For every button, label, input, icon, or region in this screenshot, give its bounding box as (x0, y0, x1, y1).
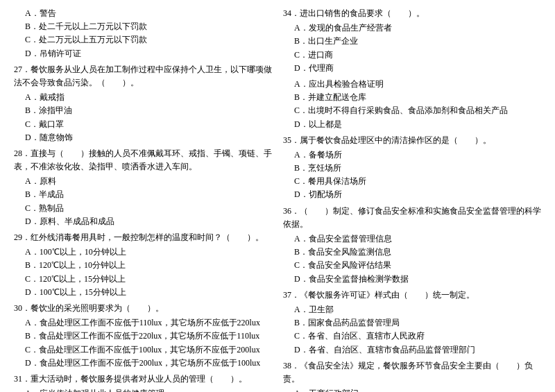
option-item: D．食品处理区工作面不应低于200lux，其它场所不应低于100lux (14, 357, 272, 370)
question-text: 37．《餐饮服务许可证》样式由（ ）统一制定。 (283, 289, 541, 302)
question-text: 28．直接与（ ）接触的人员不准佩戴耳环、戒指、手镯、项链、手表，不准浓妆化妆、… (14, 147, 272, 173)
option-item: D．各省、自治区、直辖市食品药品监督管理部门 (283, 343, 541, 357)
option-item: D．代理商 (283, 62, 541, 75)
question-block: 31．重大活动时，餐饮服务提供者对从业人员的管理（ ）。A．应当依法加强从业人员… (14, 373, 272, 392)
option-item: C．120℃以上，15分钟以上 (14, 273, 272, 286)
option-item: B．半成品 (14, 188, 272, 201)
option-item: C．处二万元以上五万元以下罚款 (14, 33, 272, 46)
option-item: C．出境时不得自行采购食品、食品添加剂和食品相关产品 (283, 104, 541, 117)
option-item: D．原料、半成品和成品 (14, 215, 272, 228)
option-item: A．工商行政部门 (283, 387, 541, 392)
question-text: 34．进出口销售的食品要求（ ）。 (283, 7, 541, 20)
question-text: 27．餐饮服务从业人员在加工制作过程中应保持个人卫生，以下哪项做法不会导致食品污… (14, 63, 272, 90)
option-item: A．100℃以上，10分钟以上 (14, 246, 272, 259)
option-item: A．应出具检验合格证明 (283, 78, 541, 91)
option-item: A．警告 (14, 7, 272, 20)
option-item: A．应当依法加强从业人员的健康管理 (14, 387, 272, 392)
option-item: A．卫生部 (283, 303, 541, 316)
option-item: C．食品处理区工作面不应低于100lux，其它场所不应低于200lux (14, 343, 272, 357)
option-item: A．戴戒指 (14, 91, 272, 104)
option-item: C．餐用具保洁场所 (283, 175, 541, 188)
option-item: D．吊销许可证 (14, 47, 272, 60)
question-text: 36．（ ）制定、修订食品安全标准和实施食品安全监督管理的科学依据。 (283, 205, 541, 231)
question-block: 29．红外线消毒餐用具时，一般控制怎样的温度和时间？（ ）。A．100℃以上，1… (14, 231, 272, 299)
left-column: A．警告B．处二千元以上二万元以下罚款C．处二万元以上五万元以下罚款D．吊销许可… (14, 7, 272, 392)
question-text: 30．餐饮业的采光照明要求为（ ）。 (14, 302, 272, 315)
question-text: 38．《食品安全法》规定，餐饮服务环节食品安全主要由（ ）负责。 (283, 359, 541, 386)
question-text: 29．红外线消毒餐用具时，一般控制怎样的温度和时间？（ ）。 (14, 231, 272, 244)
option-item: B．烹饪场所 (283, 162, 541, 175)
question-block: 35．属于餐饮食品处理区中的清洁操作区的是（ ）。A．备餐场所B．烹饪场所C．餐… (283, 134, 541, 202)
question-block: 28．直接与（ ）接触的人员不准佩戴耳环、戒指、手镯、项链、手表，不准浓妆化妆、… (14, 147, 272, 228)
option-item: D．随意物饰 (14, 131, 272, 144)
option-item: C．食品安全风险评估结果 (283, 259, 541, 272)
option-item: C．熟制品 (14, 202, 272, 215)
question-text: 35．属于餐饮食品处理区中的清洁操作区的是（ ）。 (283, 134, 541, 147)
option-item: B．出口生产企业 (283, 35, 541, 48)
question-block: A．应出具检验合格证明B．并建立配送仓库C．出境时不得自行采购食品、食品添加剂和… (283, 78, 541, 131)
option-item: A．食品处理区工作面不应低于110lux，其它场所不应低于220lux (14, 316, 272, 330)
question-block: 27．餐饮服务从业人员在加工制作过程中应保持个人卫生，以下哪项做法不会导致食品污… (14, 63, 272, 144)
question-text: 31．重大活动时，餐饮服务提供者对从业人员的管理（ ）。 (14, 373, 272, 386)
option-item: D．100℃以上，15分钟以上 (14, 286, 272, 299)
option-item: A．食品安全监督管理信息 (283, 232, 541, 246)
option-item: C．进口商 (283, 49, 541, 62)
option-item: D．切配场所 (283, 188, 541, 201)
option-item: C．各省、自治区、直辖市人民政府 (283, 330, 541, 343)
option-item: A．备餐场所 (283, 148, 541, 162)
option-item: C．戴口罩 (14, 118, 272, 131)
option-item: B．食品安全风险监测信息 (283, 246, 541, 259)
option-item: B．国家食品药品监督管理局 (283, 316, 541, 330)
question-block: 37．《餐饮服务许可证》样式由（ ）统一制定。A．卫生部B．国家食品药品监督管理… (283, 289, 541, 357)
option-item: B．120℃以上，10分钟以上 (14, 259, 272, 272)
option-item: D．食品安全监督抽检测学数据 (283, 273, 541, 286)
option-item: B．并建立配送仓库 (283, 91, 541, 104)
option-item: B．处二千元以上二万元以下罚款 (14, 20, 272, 33)
option-item: D．以上都是 (283, 118, 541, 131)
question-block: 34．进出口销售的食品要求（ ）。A．发现的食品生产经营者B．出口生产企业C．进… (283, 7, 541, 75)
option-item: B．食品处理区工作面不应低于220lux，其它场所不应低于110lux (14, 330, 272, 343)
question-block: 30．餐饮业的采光照明要求为（ ）。A．食品处理区工作面不应低于110lux，其… (14, 302, 272, 370)
page-container: A．警告B．处二千元以上二万元以下罚款C．处二万元以上五万元以下罚款D．吊销许可… (14, 7, 541, 392)
question-block: 36．（ ）制定、修订食品安全标准和实施食品安全监督管理的科学依据。A．食品安全… (283, 205, 541, 286)
option-item: A．发现的食品生产经营者 (283, 22, 541, 35)
question-block: A．警告B．处二千元以上二万元以下罚款C．处二万元以上五万元以下罚款D．吊销许可… (14, 7, 272, 60)
right-column: 34．进出口销售的食品要求（ ）。A．发现的食品生产经营者B．出口生产企业C．进… (283, 7, 541, 392)
option-item: A．原料 (14, 175, 272, 188)
option-item: B．涂指甲油 (14, 104, 272, 117)
question-block: 38．《食品安全法》规定，餐饮服务环节食品安全主要由（ ）负责。A．工商行政部门… (283, 359, 541, 392)
two-col-layout: A．警告B．处二千元以上二万元以下罚款C．处二万元以上五万元以下罚款D．吊销许可… (14, 7, 541, 392)
